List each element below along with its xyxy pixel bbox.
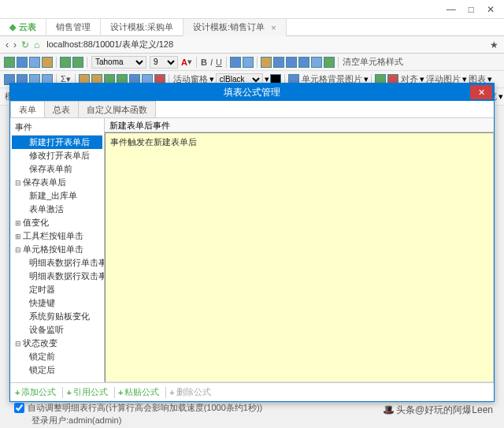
watermark: 头条@好玩的阿爆Leen (383, 404, 493, 417)
row-icon[interactable] (29, 57, 40, 68)
chart-icon[interactable] (324, 57, 335, 68)
dialog-footer: 添加公式 引用公式 粘贴公式 删除公式 (10, 382, 494, 401)
content-header: 新建表单后事件 (105, 118, 494, 132)
tab-custom-script[interactable]: 自定义脚本函数 (78, 101, 156, 117)
tree-node-9[interactable]: 明细表数据行单击事件 (12, 256, 102, 270)
tree-node-2[interactable]: 保存表单前 (12, 162, 102, 176)
tree-node-10[interactable]: 明细表数据行双击事件 (12, 270, 102, 283)
tree-node-7[interactable]: ⊞工具栏按钮单击 (12, 229, 102, 243)
tab-total[interactable]: 总表 (44, 101, 79, 117)
bold-button[interactable]: B (201, 58, 207, 67)
content-body[interactable]: 事件触发在新建表单后 (105, 132, 494, 382)
auto-adjust-row: 自动调整明细表行高(计算行高会影响加载速度(1000条约1秒)) (14, 402, 262, 414)
close-button[interactable]: ✕ (487, 4, 495, 15)
merge-icon[interactable] (230, 57, 241, 68)
nav-home-icon[interactable]: ⌂ (34, 39, 39, 50)
italic-button[interactable]: I (210, 58, 213, 67)
auto-adjust-label: 自动调整明细表行高(计算行高会影响加载速度(1000条约1秒)) (28, 402, 262, 414)
tree-node-1[interactable]: 修改打开表单后 (12, 149, 102, 162)
undo-icon[interactable] (60, 57, 71, 68)
tree-node-17[interactable]: 锁定后 (12, 363, 102, 377)
paste-formula-button[interactable]: 粘贴公式 (118, 386, 159, 398)
tab-label: 设计模板:销售订单 (193, 21, 265, 33)
tree-node-3[interactable]: ⊟保存表单后 (12, 176, 102, 189)
dialog-title: 填表公式管理 ✕ (10, 84, 494, 101)
content-panel: 新建表单后事件 事件触发在新建表单后 (105, 118, 494, 382)
save-icon[interactable] (4, 57, 15, 68)
barcode-icon[interactable] (311, 57, 322, 68)
underline-button[interactable]: U (216, 58, 222, 67)
fill-icon[interactable] (261, 57, 272, 68)
border-icon[interactable] (243, 57, 254, 68)
tab-close-icon[interactable]: × (271, 23, 276, 32)
window-titlebar: — □ ✕ (0, 0, 504, 19)
minimize-button[interactable]: — (447, 4, 456, 15)
brand-tab[interactable]: 云表 (0, 19, 46, 36)
tab-sales-mgmt[interactable]: 销售管理 (46, 19, 101, 36)
event-tree[interactable]: 事件 新建打开表单后修改打开表单后保存表单前⊟保存表单后新建_出库单表单激活⊞值… (10, 118, 105, 382)
dialog-title-text: 填表公式管理 (224, 86, 280, 99)
tree-node-5[interactable]: 表单激活 (12, 203, 102, 216)
tree-node-12[interactable]: 快捷键 (12, 296, 102, 310)
dialog-close-button[interactable]: ✕ (470, 85, 492, 99)
tree-node-13[interactable]: 系统剪贴板变化 (12, 310, 102, 323)
tab-template-sales-order[interactable]: 设计模板:销售订单 × (183, 19, 287, 36)
tab-form[interactable]: 表单 (10, 101, 45, 117)
tree-node-11[interactable]: 定时器 (12, 283, 102, 296)
dialog-tabs: 表单 总表 自定义脚本函数 (10, 101, 494, 118)
col-icon[interactable] (42, 57, 53, 68)
formula-dialog: 填表公式管理 ✕ 表单 总表 自定义脚本函数 事件 新建打开表单后修改打开表单后… (9, 83, 495, 402)
auto-adjust-checkbox[interactable] (14, 403, 24, 413)
tree-node-16[interactable]: 锁定前 (12, 350, 102, 363)
ref-formula-button[interactable]: 引用公式 (66, 386, 107, 398)
redo-icon[interactable] (72, 57, 83, 68)
font-select[interactable]: Tahoma (91, 56, 146, 69)
tab-template-purchase[interactable]: 设计模板:采购单 (101, 19, 183, 36)
nav-back-icon[interactable]: ‹ (6, 39, 9, 50)
tree-node-14[interactable]: 设备监听 (12, 323, 102, 337)
tree-node-8[interactable]: ⊟单元格按钮单击 (12, 243, 102, 256)
maximize-button[interactable]: □ (469, 4, 474, 15)
star-icon[interactable]: ★ (490, 39, 498, 50)
del-formula-button[interactable]: 删除公式 (169, 386, 210, 398)
add-formula-button[interactable]: 添加公式 (15, 386, 56, 398)
tree-node-6[interactable]: ⊞值变化 (12, 216, 102, 229)
tree-node-0[interactable]: 新建打开表单后 (12, 136, 102, 149)
align-r-icon[interactable] (298, 57, 309, 68)
tree-node-15[interactable]: ⊟状态改变 (12, 337, 102, 350)
tree-node-4[interactable]: 新建_出库单 (12, 189, 102, 203)
fontsize-select[interactable]: 9 (150, 56, 178, 69)
nav-forward-icon[interactable]: › (13, 39, 17, 50)
nav-refresh-icon[interactable]: ↻ (21, 39, 29, 50)
address-bar[interactable]: localhost:88/10001/表单定义/128 (46, 39, 483, 50)
align-c-icon[interactable] (286, 57, 297, 68)
font-color-icon[interactable]: A▾ (181, 57, 192, 67)
app-tabs: 云表 销售管理 设计模板:采购单 设计模板:销售订单 × (0, 19, 504, 36)
clear-style-button[interactable]: 清空单元格样式 (343, 56, 403, 68)
grid-icon[interactable] (17, 57, 28, 68)
align-l-icon[interactable] (273, 57, 284, 68)
nav-bar: ‹ › ↻ ⌂ localhost:88/10001/表单定义/128 ★ (0, 36, 504, 54)
tree-header: 事件 (12, 120, 102, 136)
login-info: 登录用户:admin(admin) (32, 415, 121, 426)
toolbar-1: Tahoma 9 A▾ B I U 清空单元格样式 (0, 54, 504, 71)
